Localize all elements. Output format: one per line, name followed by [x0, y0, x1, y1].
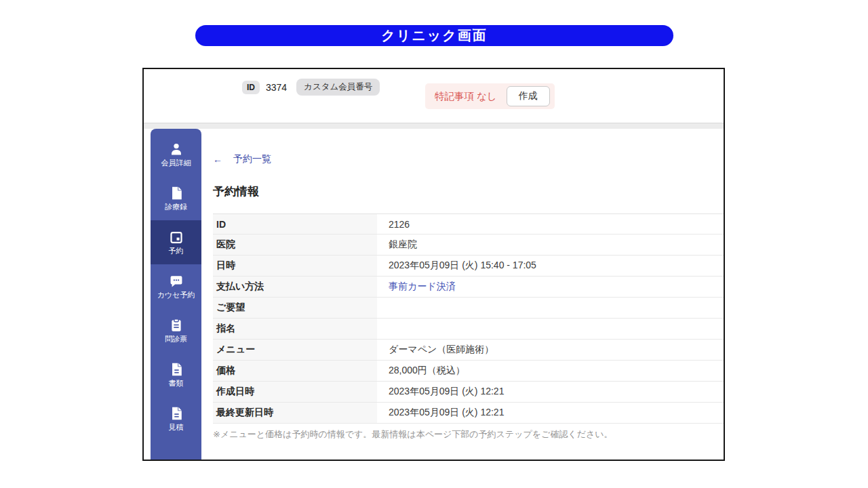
reservation-content: ← 予約一覧 予約情報 ID2126医院銀座院日時2023年05月09日 (火)… [213, 129, 724, 441]
row-value [377, 298, 724, 318]
sidebar-item-書類[interactable]: 書類 [151, 352, 201, 396]
row-label: 作成日時 [213, 382, 377, 402]
special-notes-text: 特記事項 なし [435, 90, 497, 103]
table-row: 支払い方法事前カード決済 [213, 277, 724, 298]
table-row: ID2126 [213, 214, 724, 235]
row-label: 日時 [213, 256, 377, 276]
sidebar-item-label: 会員詳細 [161, 159, 191, 167]
create-button[interactable]: 作成 [507, 86, 550, 106]
clinic-screen-banner: クリニック画面 [195, 25, 673, 46]
reservation-table: ID2126医院銀座院日時2023年05月09日 (火) 15:40 - 17:… [213, 214, 724, 424]
row-label: 指名 [213, 319, 377, 339]
member-window: ID 3374 カスタム会員番号 特記事項 なし 作成 会員詳細診療録予約カウセ… [142, 68, 725, 461]
row-label: 最終更新日時 [213, 403, 377, 423]
row-value: 2023年05月09日 (火) 12:21 [377, 403, 724, 423]
banner-title: クリニック画面 [381, 26, 487, 45]
id-badge: ID [242, 81, 260, 94]
document-icon [169, 362, 184, 377]
sidebar-item-label: 見積 [169, 424, 184, 431]
sidebar-item-見積[interactable]: 見積 [151, 396, 201, 441]
sidebar-item-label: 問診票 [165, 336, 187, 343]
sidebar-item-予約[interactable]: 予約 [151, 220, 201, 264]
row-value: 銀座院 [377, 235, 724, 255]
table-row: ご要望 [213, 298, 724, 319]
row-label: 支払い方法 [213, 277, 377, 297]
row-value-link[interactable]: 事前カード決済 [377, 277, 724, 297]
back-arrow-icon: ← [213, 154, 222, 165]
person-icon [169, 142, 184, 157]
member-header: ID 3374 カスタム会員番号 特記事項 なし 作成 [144, 69, 724, 123]
calendar-icon [169, 230, 184, 245]
table-row: 医院銀座院 [213, 235, 724, 256]
header-divider [144, 123, 724, 129]
sidebar-item-診療録[interactable]: 診療録 [151, 176, 201, 220]
row-value: 2023年05月09日 (火) 15:40 - 17:05 [377, 256, 724, 276]
table-footnote: ※メニューと価格は予約時の情報です。最新情報は本ページ下部の予約ステップをご確認… [213, 428, 724, 441]
sidebar-item-label: 予約 [169, 247, 184, 255]
table-row: 指名 [213, 319, 724, 340]
document-icon [169, 406, 184, 421]
row-label: ID [213, 214, 377, 234]
row-label: メニュー [213, 340, 377, 360]
sidebar-item-会員詳細[interactable]: 会員詳細 [151, 132, 201, 176]
back-to-reservation-list-link[interactable]: ← 予約一覧 [213, 153, 271, 165]
table-row: 最終更新日時2023年05月09日 (火) 12:21 [213, 403, 724, 424]
row-label: ご要望 [213, 298, 377, 318]
screen: クリニック画面 ID 3374 カスタム会員番号 特記事項 なし 作成 会員詳細… [0, 0, 868, 488]
member-body: 会員詳細診療録予約カウセ予約問診票書類見積 ← 予約一覧 予約情報 ID2126… [144, 129, 724, 460]
custom-member-number-badge: カスタム会員番号 [296, 79, 380, 96]
row-value [377, 319, 724, 339]
special-notes-box: 特記事項 なし 作成 [425, 83, 555, 109]
file-icon [169, 186, 184, 201]
chat-icon [169, 274, 184, 289]
row-value: 28,000円（税込） [377, 361, 724, 381]
table-row: 作成日時2023年05月09日 (火) 12:21 [213, 382, 724, 403]
row-label: 医院 [213, 235, 377, 255]
sidebar-item-label: カウセ予約 [157, 291, 195, 299]
sidebar: 会員詳細診療録予約カウセ予約問診票書類見積 [151, 129, 201, 460]
member-id-group: ID 3374 カスタム会員番号 [242, 79, 380, 96]
sidebar-item-label: 書類 [169, 380, 184, 387]
page-title: 予約情報 [213, 184, 724, 199]
row-label: 価格 [213, 361, 377, 381]
table-row: メニューダーマペン（医師施術） [213, 340, 724, 361]
sidebar-item-問診票[interactable]: 問診票 [151, 308, 201, 352]
row-value: ダーマペン（医師施術） [377, 340, 724, 360]
clipboard-icon [169, 318, 184, 333]
row-value: 2023年05月09日 (火) 12:21 [377, 382, 724, 402]
sidebar-item-label: 診療録 [165, 203, 187, 211]
row-value: 2126 [377, 214, 724, 234]
table-row: 日時2023年05月09日 (火) 15:40 - 17:05 [213, 256, 724, 277]
sidebar-item-カウセ予約[interactable]: カウセ予約 [151, 264, 201, 308]
member-id-value: 3374 [266, 82, 287, 93]
table-row: 価格28,000円（税込） [213, 361, 724, 382]
